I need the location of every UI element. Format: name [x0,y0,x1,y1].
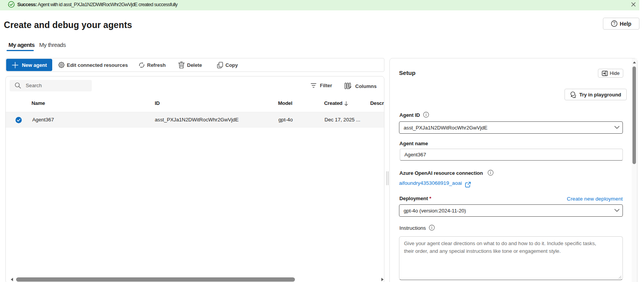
svg-text:?: ? [613,21,615,26]
